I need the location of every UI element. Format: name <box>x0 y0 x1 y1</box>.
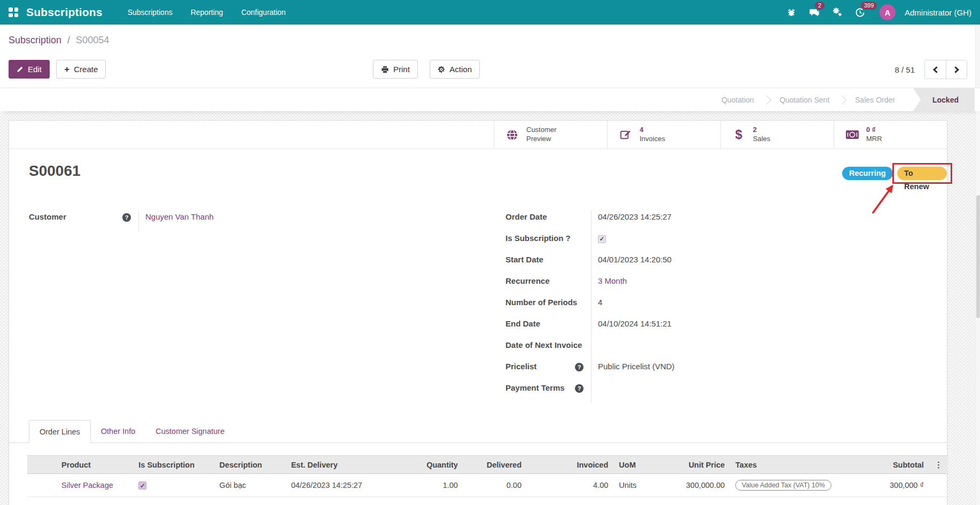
messages-icon[interactable]: 2 <box>807 5 821 19</box>
smart-button-label: Sales <box>753 135 771 143</box>
mrr-value: 0 ₫ <box>866 126 876 134</box>
print-button[interactable]: Print <box>373 60 418 79</box>
menu-configuration[interactable]: Configuration <box>232 0 294 25</box>
field-is-subscription: Is Subscription ? ✓ <box>505 232 927 253</box>
scrollbar-thumb[interactable] <box>976 195 980 318</box>
delivered-cell: 0.00 <box>463 474 527 497</box>
description-cell: Gói bạc <box>214 474 286 497</box>
start-date-value: 04/01/2023 14:20:50 <box>591 253 927 275</box>
column-uom[interactable]: UoM <box>613 456 648 474</box>
smart-button-line2: Preview <box>526 135 551 143</box>
column-delivered[interactable]: Delivered <box>463 456 527 474</box>
edit-button[interactable]: Edit <box>9 60 50 79</box>
pricelist-value: Public Pricelist (VND) <box>591 360 927 382</box>
activities-count-badge: 399 <box>861 2 877 10</box>
column-unit-price[interactable]: Unit Price <box>648 456 730 474</box>
column-subtotal[interactable]: Subtotal <box>855 456 929 474</box>
help-icon: ? <box>122 213 131 222</box>
control-panel: Subscription / S00054 Edit + Create Prin… <box>0 25 980 88</box>
column-is-subscription[interactable]: Is Subscription <box>133 456 214 474</box>
bug-icon[interactable] <box>784 5 798 19</box>
pager-counter: 8 / 51 <box>895 65 915 74</box>
date-of-next-invoice-value <box>591 339 927 360</box>
tab-order-lines[interactable]: Order Lines <box>29 420 91 443</box>
pencil-icon <box>17 66 24 73</box>
smart-button-label: MRR <box>866 135 882 143</box>
user-menu[interactable]: Administrator (GH) <box>905 8 971 17</box>
create-button[interactable]: + Create <box>56 60 106 79</box>
smart-button-label: Invoices <box>640 135 665 143</box>
blank-cell <box>527 474 548 497</box>
customer-preview-smart-button[interactable]: Customer Preview <box>494 121 607 149</box>
menu-reporting[interactable]: Reporting <box>182 0 232 25</box>
help-icon: ? <box>575 384 584 393</box>
handle-column-header <box>27 456 56 474</box>
statusbar: Quotation Quotation Sent Sales Order Loc… <box>0 88 980 111</box>
smart-button-line1: Customer <box>526 126 556 134</box>
chevron-left-icon <box>933 66 940 73</box>
recurrence-link[interactable]: 3 Month <box>598 276 627 285</box>
product-link[interactable]: Silver Package <box>61 481 113 490</box>
invoices-smart-button[interactable]: 4 Invoices <box>607 121 720 149</box>
app-title: Subscriptions <box>26 6 103 19</box>
field-pricelist: Pricelist ? Public Pricelist (VND) <box>505 360 927 382</box>
field-start-date: Start Date 04/01/2023 14:20:50 <box>505 253 927 275</box>
column-quantity[interactable]: Quantity <box>394 456 463 474</box>
messages-count-badge: 2 <box>815 2 825 10</box>
is-subscription-checkbox[interactable]: ✓ <box>598 235 606 243</box>
column-description[interactable]: Description <box>214 456 286 474</box>
printer-icon <box>381 66 389 73</box>
column-blank <box>527 456 548 474</box>
column-taxes[interactable]: Taxes <box>730 456 855 474</box>
order-lines-table: Product Is Subscription Description Est.… <box>27 455 948 497</box>
gear-icon <box>438 66 445 73</box>
tab-customer-signature[interactable]: Customer Signature <box>145 420 235 443</box>
number-of-periods-value: 4 <box>591 296 927 317</box>
payment-terms-value <box>591 382 927 403</box>
settings-gears-icon[interactable] <box>830 5 844 19</box>
globe-icon <box>505 129 519 141</box>
mrr-smart-button[interactable]: 0 ₫ MRR <box>834 121 947 149</box>
menu-subscriptions[interactable]: Subscriptions <box>119 0 182 25</box>
action-button[interactable]: Action <box>430 60 480 79</box>
form-sheet: Customer Preview 4 Invoices $ 2 Sales <box>9 120 947 505</box>
money-bill-icon <box>845 130 859 139</box>
column-product[interactable]: Product <box>56 456 133 474</box>
breadcrumb: Subscription / S00054 <box>9 32 971 48</box>
invoices-icon <box>618 129 633 141</box>
status-step-quotation-sent[interactable]: Quotation Sent <box>766 88 843 111</box>
field-number-of-periods: Number of Periods 4 <box>505 296 927 317</box>
tab-other-info[interactable]: Other Info <box>91 420 145 443</box>
field-payment-terms: Payment Terms ? <box>505 382 927 403</box>
notebook-tabs: Order Lines Other Info Customer Signatur… <box>9 420 947 443</box>
status-step-quotation[interactable]: Quotation <box>707 88 768 111</box>
row-handle-cell <box>27 474 56 497</box>
sales-smart-button[interactable]: $ 2 Sales <box>720 121 834 149</box>
subtotal-cell: 300,000 ₫ <box>855 474 929 497</box>
column-est-delivery[interactable]: Est. Delivery <box>286 456 395 474</box>
order-line-row[interactable]: Silver Package ✓ Gói bạc 04/26/2023 14:2… <box>27 474 948 497</box>
navbar-right: 2 399 A Administrator (GH) <box>784 4 971 20</box>
field-end-date: End Date 04/10/2024 14:51:21 <box>505 317 927 339</box>
breadcrumb-parent[interactable]: Subscription <box>9 35 61 45</box>
quantity-cell: 1.00 <box>394 474 463 497</box>
pager-previous-button[interactable] <box>925 60 946 79</box>
dollar-icon: $ <box>732 127 746 142</box>
main-menu: Subscriptions Reporting Configuration <box>119 0 295 25</box>
status-step-sales-order[interactable]: Sales Order <box>841 88 909 111</box>
user-avatar[interactable]: A <box>880 4 896 20</box>
top-navbar: Subscriptions Subscriptions Reporting Co… <box>0 0 980 25</box>
uom-cell: Units <box>613 474 648 497</box>
customer-link[interactable]: Nguyen Van Thanh <box>145 212 214 221</box>
fields-area: Customer ? Nguyen Van Thanh Order Date 0… <box>29 211 927 403</box>
activities-clock-icon[interactable]: 399 <box>853 5 867 19</box>
column-options-icon[interactable]: ⋮ <box>935 460 943 469</box>
end-date-value: 04/10/2024 14:51:21 <box>591 317 927 339</box>
apps-menu-icon[interactable] <box>9 7 18 17</box>
field-recurrence: Recurrence 3 Month <box>505 275 927 296</box>
row-is-subscription-checkbox[interactable]: ✓ <box>138 481 146 490</box>
column-invoiced[interactable]: Invoiced <box>548 456 614 474</box>
status-step-locked[interactable]: Locked <box>913 88 975 111</box>
form-view-background: Customer Preview 4 Invoices $ 2 Sales <box>0 111 980 505</box>
pager-next-button[interactable] <box>946 60 967 79</box>
